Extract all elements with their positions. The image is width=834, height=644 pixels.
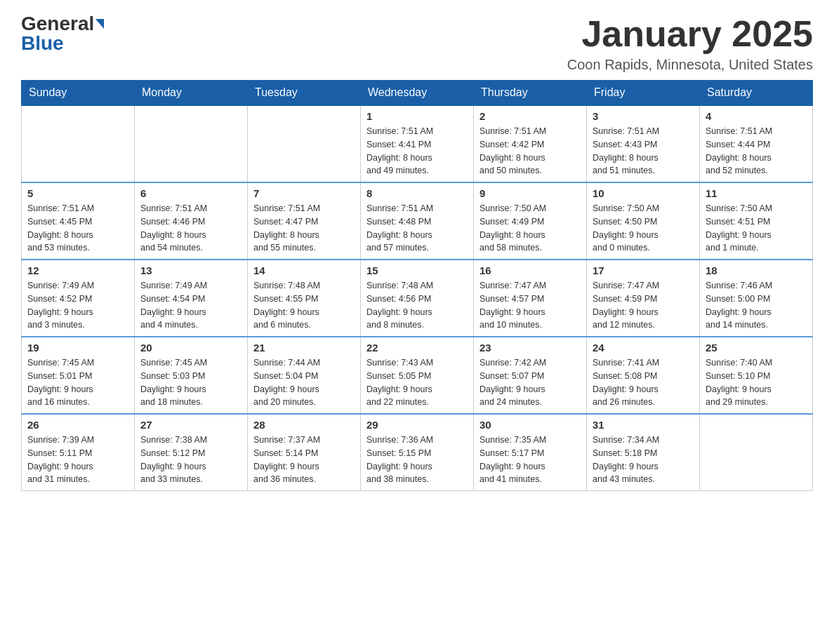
day-number: 14 <box>253 264 355 276</box>
day-number: 2 <box>479 110 581 122</box>
logo: General Blue <box>21 14 104 53</box>
day-number: 27 <box>140 419 241 431</box>
calendar-cell: 11Sunrise: 7:50 AMSunset: 4:51 PMDayligh… <box>700 182 813 260</box>
day-info: Sunrise: 7:51 AMSunset: 4:43 PMDaylight:… <box>593 125 694 177</box>
week-row: 5Sunrise: 7:51 AMSunset: 4:45 PMDaylight… <box>22 182 813 260</box>
week-row: 1Sunrise: 7:51 AMSunset: 4:41 PMDaylight… <box>22 105 813 182</box>
day-of-week-header: Friday <box>587 81 700 106</box>
week-row: 19Sunrise: 7:45 AMSunset: 5:01 PMDayligh… <box>22 337 813 414</box>
day-info: Sunrise: 7:36 AMSunset: 5:15 PMDaylight:… <box>366 434 468 486</box>
day-info: Sunrise: 7:49 AMSunset: 4:52 PMDaylight:… <box>27 279 128 332</box>
calendar-body: 1Sunrise: 7:51 AMSunset: 4:41 PMDaylight… <box>22 105 813 491</box>
calendar-cell: 10Sunrise: 7:50 AMSunset: 4:50 PMDayligh… <box>587 182 700 260</box>
calendar-cell: 2Sunrise: 7:51 AMSunset: 4:42 PMDaylight… <box>474 105 587 182</box>
calendar-cell: 25Sunrise: 7:40 AMSunset: 5:10 PMDayligh… <box>700 337 813 414</box>
day-info: Sunrise: 7:47 AMSunset: 4:59 PMDaylight:… <box>593 279 694 332</box>
day-of-week-header: Thursday <box>474 81 587 106</box>
calendar-cell: 7Sunrise: 7:51 AMSunset: 4:47 PMDaylight… <box>248 182 361 260</box>
page-header: General Blue January 2025 Coon Rapids, M… <box>21 14 813 73</box>
day-number: 16 <box>479 264 581 276</box>
day-info: Sunrise: 7:39 AMSunset: 5:11 PMDaylight:… <box>27 434 128 486</box>
day-info: Sunrise: 7:41 AMSunset: 5:08 PMDaylight:… <box>593 356 694 409</box>
day-info: Sunrise: 7:38 AMSunset: 5:12 PMDaylight:… <box>140 434 241 486</box>
day-number: 12 <box>27 264 128 276</box>
day-number: 9 <box>479 187 581 199</box>
title-block: January 2025 Coon Rapids, Minnesota, Uni… <box>567 14 813 73</box>
day-number: 4 <box>706 110 807 122</box>
day-info: Sunrise: 7:51 AMSunset: 4:42 PMDaylight:… <box>479 125 581 177</box>
day-number: 18 <box>706 264 807 276</box>
calendar-cell: 24Sunrise: 7:41 AMSunset: 5:08 PMDayligh… <box>587 337 700 414</box>
days-of-week-row: SundayMondayTuesdayWednesdayThursdayFrid… <box>22 81 813 106</box>
day-number: 28 <box>253 419 355 431</box>
day-info: Sunrise: 7:48 AMSunset: 4:55 PMDaylight:… <box>253 279 355 332</box>
calendar-cell: 6Sunrise: 7:51 AMSunset: 4:46 PMDaylight… <box>135 182 248 260</box>
calendar-cell: 4Sunrise: 7:51 AMSunset: 4:44 PMDaylight… <box>700 105 813 182</box>
day-number: 29 <box>366 419 468 431</box>
day-info: Sunrise: 7:43 AMSunset: 5:05 PMDaylight:… <box>366 356 468 409</box>
calendar-cell: 26Sunrise: 7:39 AMSunset: 5:11 PMDayligh… <box>22 414 135 491</box>
calendar-cell: 3Sunrise: 7:51 AMSunset: 4:43 PMDaylight… <box>587 105 700 182</box>
calendar-cell: 19Sunrise: 7:45 AMSunset: 5:01 PMDayligh… <box>22 337 135 414</box>
day-number: 11 <box>706 187 807 199</box>
calendar-cell: 16Sunrise: 7:47 AMSunset: 4:57 PMDayligh… <box>474 260 587 337</box>
calendar-cell: 5Sunrise: 7:51 AMSunset: 4:45 PMDaylight… <box>22 182 135 260</box>
day-number: 26 <box>27 419 128 431</box>
day-info: Sunrise: 7:49 AMSunset: 4:54 PMDaylight:… <box>140 279 241 332</box>
logo-blue-text: Blue <box>21 34 64 53</box>
day-info: Sunrise: 7:37 AMSunset: 5:14 PMDaylight:… <box>253 434 355 486</box>
calendar-cell: 27Sunrise: 7:38 AMSunset: 5:12 PMDayligh… <box>135 414 248 491</box>
calendar-table: SundayMondayTuesdayWednesdayThursdayFrid… <box>21 80 813 491</box>
calendar-cell: 8Sunrise: 7:51 AMSunset: 4:48 PMDaylight… <box>361 182 474 260</box>
day-number: 8 <box>366 187 468 199</box>
day-number: 19 <box>27 342 128 354</box>
calendar-cell: 20Sunrise: 7:45 AMSunset: 5:03 PMDayligh… <box>135 337 248 414</box>
day-info: Sunrise: 7:51 AMSunset: 4:47 PMDaylight:… <box>253 202 355 255</box>
day-number: 25 <box>706 342 807 354</box>
day-info: Sunrise: 7:51 AMSunset: 4:44 PMDaylight:… <box>706 125 807 177</box>
day-info: Sunrise: 7:48 AMSunset: 4:56 PMDaylight:… <box>366 279 468 332</box>
calendar-cell: 14Sunrise: 7:48 AMSunset: 4:55 PMDayligh… <box>248 260 361 337</box>
day-number: 22 <box>366 342 468 354</box>
calendar-header: SundayMondayTuesdayWednesdayThursdayFrid… <box>22 81 813 106</box>
week-row: 26Sunrise: 7:39 AMSunset: 5:11 PMDayligh… <box>22 414 813 491</box>
day-number: 10 <box>593 187 694 199</box>
calendar-cell: 1Sunrise: 7:51 AMSunset: 4:41 PMDaylight… <box>361 105 474 182</box>
day-number: 17 <box>593 264 694 276</box>
month-title: January 2025 <box>567 14 813 54</box>
day-of-week-header: Wednesday <box>361 81 474 106</box>
calendar-cell <box>700 414 813 491</box>
calendar-cell: 21Sunrise: 7:44 AMSunset: 5:04 PMDayligh… <box>248 337 361 414</box>
day-of-week-header: Tuesday <box>248 81 361 106</box>
week-row: 12Sunrise: 7:49 AMSunset: 4:52 PMDayligh… <box>22 260 813 337</box>
calendar-cell: 15Sunrise: 7:48 AMSunset: 4:56 PMDayligh… <box>361 260 474 337</box>
day-info: Sunrise: 7:50 AMSunset: 4:49 PMDaylight:… <box>479 202 581 255</box>
day-info: Sunrise: 7:34 AMSunset: 5:18 PMDaylight:… <box>593 434 694 486</box>
day-info: Sunrise: 7:42 AMSunset: 5:07 PMDaylight:… <box>479 356 581 409</box>
day-number: 24 <box>593 342 694 354</box>
day-info: Sunrise: 7:51 AMSunset: 4:46 PMDaylight:… <box>140 202 241 255</box>
calendar-cell: 13Sunrise: 7:49 AMSunset: 4:54 PMDayligh… <box>135 260 248 337</box>
day-of-week-header: Sunday <box>22 81 135 106</box>
day-of-week-header: Saturday <box>700 81 813 106</box>
day-of-week-header: Monday <box>135 81 248 106</box>
day-number: 20 <box>140 342 241 354</box>
location-text: Coon Rapids, Minnesota, United States <box>567 57 813 73</box>
day-number: 15 <box>366 264 468 276</box>
day-info: Sunrise: 7:44 AMSunset: 5:04 PMDaylight:… <box>253 356 355 409</box>
calendar-cell: 22Sunrise: 7:43 AMSunset: 5:05 PMDayligh… <box>361 337 474 414</box>
day-info: Sunrise: 7:45 AMSunset: 5:03 PMDaylight:… <box>140 356 241 409</box>
calendar-cell <box>22 105 135 182</box>
day-number: 30 <box>479 419 581 431</box>
calendar-cell: 12Sunrise: 7:49 AMSunset: 4:52 PMDayligh… <box>22 260 135 337</box>
day-info: Sunrise: 7:50 AMSunset: 4:50 PMDaylight:… <box>593 202 694 255</box>
day-number: 21 <box>253 342 355 354</box>
day-number: 7 <box>253 187 355 199</box>
logo-arrow-icon <box>95 19 104 29</box>
day-number: 23 <box>479 342 581 354</box>
calendar-cell: 23Sunrise: 7:42 AMSunset: 5:07 PMDayligh… <box>474 337 587 414</box>
day-number: 3 <box>593 110 694 122</box>
calendar-cell: 31Sunrise: 7:34 AMSunset: 5:18 PMDayligh… <box>587 414 700 491</box>
calendar-cell: 28Sunrise: 7:37 AMSunset: 5:14 PMDayligh… <box>248 414 361 491</box>
day-number: 13 <box>140 264 241 276</box>
